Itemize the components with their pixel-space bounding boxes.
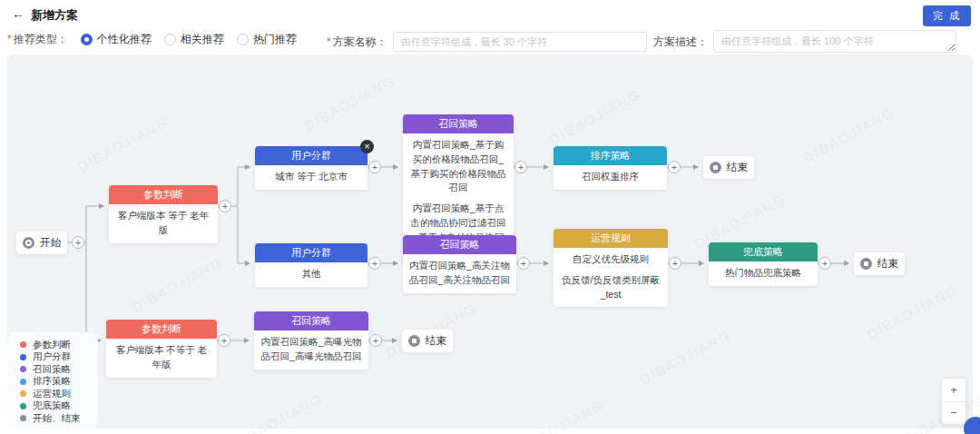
zoom-controls: + − bbox=[942, 379, 965, 424]
node-body: 召回权重排序 bbox=[554, 165, 667, 190]
legend-dot bbox=[20, 354, 26, 360]
done-button[interactable]: 完 成 bbox=[923, 5, 971, 26]
plan-desc-field-group: 方案描述： bbox=[653, 30, 956, 53]
legend-item-召回策略: 召回策略 bbox=[20, 363, 98, 376]
node-label: 结束 bbox=[877, 257, 898, 271]
node-body: 热门物品兜底策略 bbox=[709, 261, 818, 286]
legend-dot bbox=[20, 341, 26, 348]
legend-item-运营规则: 运营规则 bbox=[20, 388, 98, 400]
radio-options: 个性化推荐相关推荐热门推荐 bbox=[81, 32, 297, 47]
back-icon[interactable]: ← bbox=[12, 6, 24, 21]
legend-panel: 参数判断用户分群召回策略排序策略运营规则兜底策略开始、结束 bbox=[7, 332, 98, 429]
node-label: 结束 bbox=[727, 161, 748, 174]
node-title: 召回策略 bbox=[403, 114, 514, 133]
node-body: 其他 bbox=[255, 262, 368, 287]
node-title: 排序策略 bbox=[554, 146, 667, 165]
remove-node-button[interactable]: × bbox=[360, 140, 374, 153]
node-title: 参数判断 bbox=[109, 185, 218, 204]
node-title: 兜底策略 bbox=[709, 242, 818, 261]
zoom-out-button[interactable]: − bbox=[942, 402, 965, 425]
flow-node-ops1[interactable]: 运营规则自定义优先级规则负反馈/负反馈类别屏蔽_test bbox=[554, 229, 668, 307]
legend-item-用户分群: 用户分群 bbox=[20, 351, 98, 364]
add-node-button[interactable]: + bbox=[219, 200, 231, 212]
flow-node-recall2[interactable]: 召回策略内置召回策略_高关注物品召回_高关注物品召回 bbox=[403, 235, 516, 293]
end-icon bbox=[710, 162, 721, 173]
flow-node-recall3[interactable]: 召回策略内置召回策略_高曝光物品召回_高曝光物品召回 bbox=[254, 311, 368, 370]
legend-dot bbox=[20, 366, 26, 372]
legend-dot bbox=[20, 390, 26, 397]
recommend-type-group: *推荐类型： 个性化推荐相关推荐热门推荐 bbox=[7, 32, 297, 47]
node-label: 结束 bbox=[426, 334, 446, 348]
add-node-button[interactable]: + bbox=[72, 236, 84, 249]
node-title: 召回策略 bbox=[403, 235, 516, 254]
radio-option-个性化推荐[interactable]: 个性化推荐 bbox=[81, 32, 152, 47]
node-title: 用户分群 bbox=[255, 243, 368, 262]
legend-label: 运营规则 bbox=[33, 388, 71, 400]
legend-label: 排序策略 bbox=[33, 375, 71, 388]
flow-node-param2[interactable]: 参数判断客户端版本 不等于 老年版 bbox=[106, 320, 217, 378]
flow-node-param1[interactable]: 参数判断客户端版本 等于 老年版 bbox=[109, 185, 218, 243]
legend-label: 用户分群 bbox=[33, 350, 71, 363]
required-mark: * bbox=[7, 33, 12, 45]
legend-label: 兜底策略 bbox=[33, 399, 71, 412]
flow-node-end2[interactable]: 结束 bbox=[854, 252, 905, 275]
node-title: 参数判断 bbox=[106, 320, 217, 339]
flow-node-start[interactable]: 开始 bbox=[16, 232, 67, 254]
node-body: 自定义优先级规则负反馈/负反馈类别屏蔽_test bbox=[554, 248, 668, 307]
add-node-button[interactable]: + bbox=[668, 161, 681, 173]
end-icon bbox=[408, 335, 420, 347]
radio-circle[interactable] bbox=[237, 34, 249, 45]
radio-option-热门推荐[interactable]: 热门推荐 bbox=[237, 32, 297, 47]
add-node-button[interactable]: + bbox=[669, 257, 681, 270]
add-node-button[interactable]: + bbox=[517, 257, 530, 270]
start-icon bbox=[23, 237, 34, 249]
plan-name-field-group: *方案名称： bbox=[327, 32, 647, 52]
radio-label: 个性化推荐 bbox=[97, 32, 152, 47]
legend-label: 参数判断 bbox=[33, 339, 71, 351]
add-node-button[interactable]: + bbox=[818, 257, 831, 270]
legend-item-开始、结束: 开始、结束 bbox=[20, 412, 98, 425]
node-body: 客户端版本 等于 老年版 bbox=[109, 204, 218, 243]
zoom-in-button[interactable]: + bbox=[942, 379, 965, 402]
legend-item-排序策略: 排序策略 bbox=[20, 376, 98, 389]
plan-name-input[interactable] bbox=[393, 32, 647, 52]
node-title: 用户分群 bbox=[255, 146, 368, 165]
node-title: 运营规则 bbox=[554, 229, 668, 248]
add-node-button[interactable]: + bbox=[218, 334, 230, 347]
flow-node-userseg2[interactable]: 用户分群其他 bbox=[255, 243, 368, 287]
radio-option-相关推荐[interactable]: 相关推荐 bbox=[164, 32, 224, 47]
radio-label: 相关推荐 bbox=[181, 32, 224, 47]
node-label: 开始 bbox=[40, 236, 61, 250]
radio-circle[interactable] bbox=[164, 34, 176, 45]
legend-dot bbox=[20, 379, 26, 385]
flow-node-end1[interactable]: 结束 bbox=[703, 156, 754, 179]
add-node-button[interactable]: + bbox=[514, 161, 527, 173]
node-title: 召回策略 bbox=[254, 311, 368, 330]
add-node-button[interactable]: + bbox=[369, 334, 382, 347]
page-title: 新增方案 bbox=[31, 7, 78, 24]
end-icon bbox=[860, 258, 872, 270]
node-body: 城市 等于 北京市 bbox=[255, 165, 368, 190]
flow-node-end3[interactable]: 结束 bbox=[402, 330, 453, 352]
add-node-button[interactable]: + bbox=[368, 161, 381, 173]
flow-node-fallback1[interactable]: 兜底策略热门物品兜底策略 bbox=[709, 242, 818, 286]
top-bar: ← 新增方案 完 成 bbox=[0, 0, 980, 27]
plan-desc-label: 方案描述： bbox=[653, 35, 708, 50]
legend-item-参数判断: 参数判断 bbox=[20, 339, 98, 351]
radio-circle[interactable] bbox=[81, 34, 93, 45]
legend-list: 参数判断用户分群召回策略排序策略运营规则兜底策略开始、结束 bbox=[20, 339, 98, 425]
form-row: *推荐类型： 个性化推荐相关推荐热门推荐 *方案名称： 方案描述： bbox=[0, 27, 980, 53]
node-body: 客户端版本 不等于 老年版 bbox=[106, 339, 217, 378]
flow-node-userseg1[interactable]: 用户分群城市 等于 北京市× bbox=[255, 146, 368, 190]
add-node-button[interactable]: + bbox=[368, 257, 381, 270]
legend-item-兜底策略: 兜底策略 bbox=[20, 400, 98, 413]
legend-dot bbox=[20, 415, 26, 421]
node-body: 内置召回策略_高曝光物品召回_高曝光物品召回 bbox=[254, 330, 368, 370]
plan-desc-textarea[interactable] bbox=[713, 30, 956, 53]
node-body: 内置召回策略_高关注物品召回_高关注物品召回 bbox=[403, 254, 516, 293]
legend-label: 召回策略 bbox=[33, 363, 71, 376]
flow-canvas: 开始参数判断客户端版本 等于 老年版用户分群城市 等于 北京市×召回策略内置召回… bbox=[0, 0, 980, 434]
plan-name-label: *方案名称： bbox=[327, 35, 387, 50]
flow-node-sort1[interactable]: 排序策略召回权重排序 bbox=[554, 146, 667, 190]
legend-dot bbox=[20, 403, 26, 409]
